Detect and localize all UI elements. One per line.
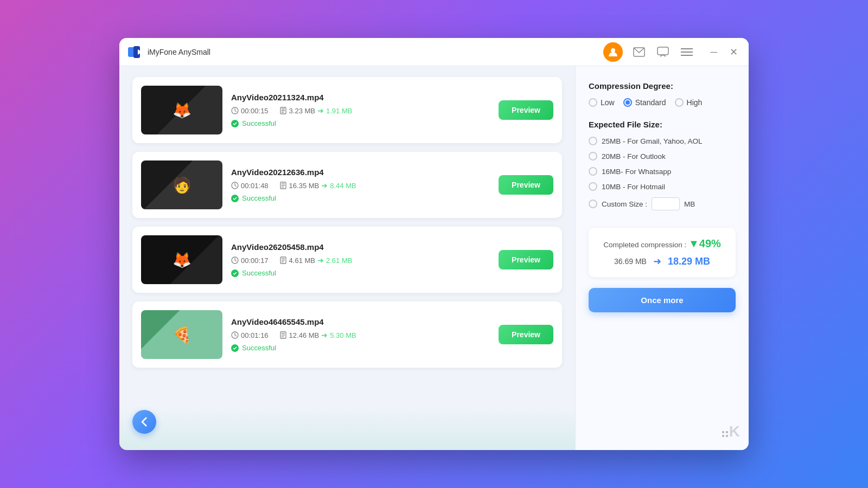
video-thumbnail: 🦊 bbox=[141, 235, 222, 284]
size-option-16mb[interactable]: 16MB- For Whatsapp bbox=[589, 167, 736, 176]
radio-low[interactable]: Low bbox=[589, 98, 615, 107]
corner-dot bbox=[726, 431, 728, 433]
compression-result: Completed compression : ▼49% 36.69 MB ➜ … bbox=[589, 228, 736, 277]
size-options-group: 25MB - For Gmail, Yahoo, AOL 20MB - For … bbox=[589, 137, 736, 210]
expected-size-label: Expected File Size: bbox=[589, 120, 736, 129]
radio-circle-20mb bbox=[589, 152, 597, 160]
arrow-icon: ➜ bbox=[317, 256, 324, 265]
thumb-image: 🍕 bbox=[141, 310, 222, 359]
compression-degree-label: Compression Degree: bbox=[589, 81, 736, 91]
video-thumbnail: 🧑 bbox=[141, 160, 222, 209]
menu-button[interactable] bbox=[679, 44, 694, 60]
titlebar: iMyFone AnySmall bbox=[119, 38, 749, 66]
bottom-gradient bbox=[119, 407, 575, 450]
main-content: 🦊 AnyVideo20211324.mp4 00:00:15 3.23 MB bbox=[119, 66, 749, 450]
size-option-10mb[interactable]: 10MB - For Hotmail bbox=[589, 182, 736, 191]
size-option-25mb[interactable]: 25MB - For Gmail, Yahoo, AOL bbox=[589, 137, 736, 145]
minimize-button[interactable]: ─ bbox=[707, 46, 720, 59]
duration-item: 00:01:16 bbox=[231, 331, 269, 339]
radio-circle-standard bbox=[623, 98, 632, 107]
status-badge: Successful bbox=[231, 119, 490, 127]
corner-mark: K bbox=[722, 424, 740, 439]
video-name: AnyVideo26205458.mp4 bbox=[231, 242, 490, 252]
video-meta: 00:00:15 3.23 MB ➜ 1.91 MB bbox=[231, 106, 490, 115]
app-window: iMyFone AnySmall bbox=[119, 38, 749, 450]
preview-button[interactable]: Preview bbox=[499, 325, 553, 344]
app-title: iMyFone AnySmall bbox=[148, 48, 210, 56]
status-badge: Successful bbox=[231, 344, 490, 352]
video-info: AnyVideo26205458.mp4 00:00:17 4.61 MB ➜ … bbox=[231, 242, 490, 277]
status-badge: Successful bbox=[231, 194, 490, 202]
svg-rect-5 bbox=[658, 47, 668, 55]
preview-button[interactable]: Preview bbox=[499, 250, 553, 269]
radio-circle-16mb bbox=[589, 167, 597, 176]
video-info: AnyVideo20212636.mp4 00:01:48 16.35 MB ➜… bbox=[231, 168, 490, 202]
radio-circle-low bbox=[589, 98, 597, 107]
radio-circle-high bbox=[675, 98, 684, 107]
video-name: AnyVideo20211324.mp4 bbox=[231, 93, 490, 102]
app-logo-icon bbox=[128, 46, 143, 58]
right-panel: Compression Degree: Low Standard High Ex… bbox=[575, 66, 749, 450]
size-option-custom: Custom Size : MB bbox=[589, 197, 736, 210]
radio-circle-10mb bbox=[589, 182, 597, 191]
duration-item: 00:01:48 bbox=[231, 182, 269, 190]
size-arrow-icon: ➜ bbox=[653, 255, 661, 267]
duration-item: 00:00:15 bbox=[231, 107, 269, 115]
radio-high[interactable]: High bbox=[675, 98, 703, 107]
back-button[interactable] bbox=[132, 410, 156, 434]
thumb-image: 🦊 bbox=[141, 235, 222, 284]
video-thumbnail: 🍕 bbox=[141, 310, 222, 359]
radio-circle-25mb bbox=[589, 137, 597, 145]
video-list: 🦊 AnyVideo20211324.mp4 00:00:15 3.23 MB bbox=[119, 66, 575, 378]
arrow-icon: ➜ bbox=[321, 181, 328, 190]
corner-dot bbox=[722, 431, 724, 433]
arrow-icon: ➜ bbox=[321, 331, 328, 339]
titlebar-controls: ─ ✕ bbox=[603, 42, 740, 62]
preview-button[interactable]: Preview bbox=[499, 175, 553, 195]
window-controls: ─ ✕ bbox=[707, 46, 740, 59]
corner-dot bbox=[722, 435, 724, 437]
custom-size-input[interactable] bbox=[652, 197, 680, 210]
corner-dot bbox=[726, 435, 728, 437]
video-card: 🍕 AnyVideo46465545.mp4 00:01:16 12.46 MB bbox=[132, 301, 562, 368]
video-card: 🦊 AnyVideo26205458.mp4 00:00:17 4.61 MB bbox=[132, 227, 562, 293]
close-button[interactable]: ✕ bbox=[727, 46, 740, 59]
duration-item: 00:00:17 bbox=[231, 256, 269, 265]
video-thumbnail: 🦊 bbox=[141, 86, 222, 134]
size-item: 16.35 MB ➜ 8.44 MB bbox=[279, 181, 356, 190]
left-panel-wrap: 🦊 AnyVideo20211324.mp4 00:00:15 3.23 MB bbox=[119, 66, 575, 450]
svg-point-3 bbox=[611, 48, 615, 53]
compression-sizes: 36.69 MB ➜ 18.29 MB bbox=[598, 255, 726, 267]
video-card: 🧑 AnyVideo20212636.mp4 00:01:48 16.35 MB bbox=[132, 152, 562, 218]
compression-degree-group: Low Standard High bbox=[589, 98, 736, 107]
video-meta: 00:00:17 4.61 MB ➜ 2.61 MB bbox=[231, 256, 490, 265]
avatar-button[interactable] bbox=[603, 42, 623, 62]
size-option-20mb[interactable]: 20MB - For Outlook bbox=[589, 152, 736, 160]
video-card: 🦊 AnyVideo20211324.mp4 00:00:15 3.23 MB bbox=[132, 77, 562, 143]
video-meta: 00:01:16 12.46 MB ➜ 5.30 MB bbox=[231, 331, 490, 339]
titlebar-logo: iMyFone AnySmall bbox=[128, 46, 603, 58]
thumb-image: 🦊 bbox=[141, 86, 222, 134]
video-name: AnyVideo46465545.mp4 bbox=[231, 317, 490, 326]
k-watermark: K bbox=[729, 424, 740, 439]
mail-button[interactable] bbox=[631, 44, 647, 60]
radio-standard[interactable]: Standard bbox=[623, 98, 666, 107]
size-item: 3.23 MB ➜ 1.91 MB bbox=[279, 106, 353, 115]
video-info: AnyVideo46465545.mp4 00:01:16 12.46 MB ➜… bbox=[231, 317, 490, 352]
thumb-image: 🧑 bbox=[141, 160, 222, 209]
compression-pct: ▼49% bbox=[688, 237, 721, 249]
status-badge: Successful bbox=[231, 269, 490, 277]
size-item: 12.46 MB ➜ 5.30 MB bbox=[279, 331, 356, 339]
size-item: 4.61 MB ➜ 2.61 MB bbox=[279, 256, 353, 265]
video-meta: 00:01:48 16.35 MB ➜ 8.44 MB bbox=[231, 181, 490, 190]
once-more-button[interactable]: Once more bbox=[589, 288, 736, 312]
preview-button[interactable]: Preview bbox=[499, 100, 553, 120]
video-name: AnyVideo20212636.mp4 bbox=[231, 168, 490, 177]
chat-button[interactable] bbox=[655, 44, 671, 60]
corner-dots bbox=[722, 431, 728, 437]
arrow-icon: ➜ bbox=[317, 106, 324, 115]
compression-result-label: Completed compression : ▼49% bbox=[598, 237, 726, 250]
video-info: AnyVideo20211324.mp4 00:00:15 3.23 MB ➜ … bbox=[231, 93, 490, 127]
radio-circle-custom bbox=[589, 200, 597, 208]
